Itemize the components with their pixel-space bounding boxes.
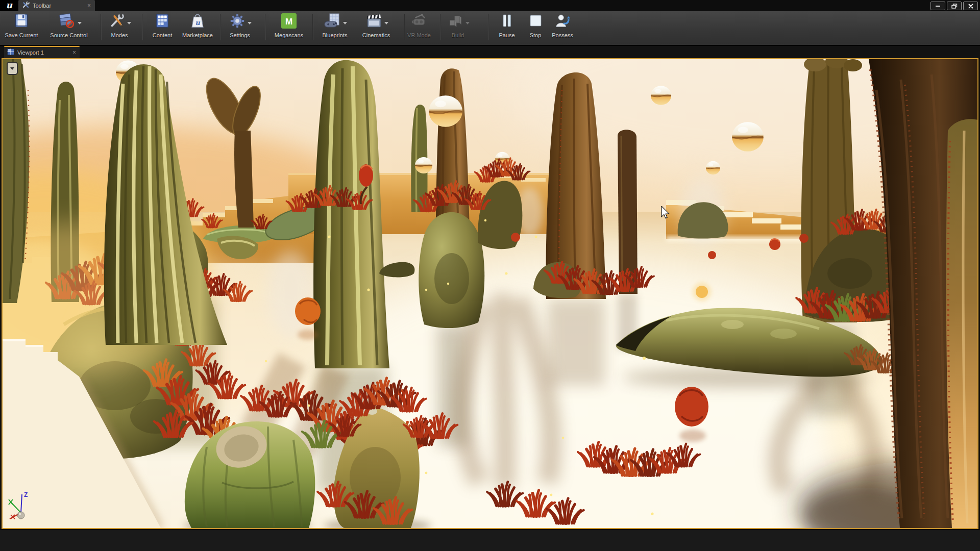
modes-icon — [108, 12, 126, 32]
pause-icon — [499, 12, 514, 32]
toolbar-separator — [220, 14, 221, 40]
toolbar-separator — [312, 14, 313, 40]
title-bar: u Toolbar × — [0, 0, 980, 11]
mouse-cursor-icon — [661, 206, 671, 223]
close-tab-icon[interactable]: × — [72, 49, 76, 56]
megascans-icon: M — [280, 12, 298, 32]
settings-button[interactable]: Settings — [224, 11, 256, 38]
build-blocks-icon — [446, 12, 464, 32]
svg-text:M: M — [285, 17, 292, 27]
source-control-icon — [56, 12, 77, 32]
viewport-tab-bar: Viewport 1 × — [0, 45, 980, 58]
build-button: Build — [442, 11, 474, 38]
dropdown-caret-icon — [465, 22, 470, 27]
modes-button[interactable]: Modes — [106, 11, 133, 38]
marketplace-icon: u — [188, 12, 207, 32]
dropdown-caret-icon[interactable] — [343, 22, 347, 27]
pause-button[interactable]: Pause — [495, 11, 519, 38]
restore-button[interactable] — [947, 2, 962, 10]
possess-button[interactable]: Possess — [548, 11, 577, 38]
viewport-3d-scene — [3, 59, 977, 528]
unreal-editor-window: u Toolbar × — [0, 0, 980, 551]
window-tab-label: Toolbar — [33, 3, 51, 9]
toolbar-separator — [488, 14, 489, 40]
content-browser-icon — [153, 12, 172, 32]
svg-text:u: u — [195, 19, 200, 27]
close-tab-icon[interactable]: × — [87, 3, 91, 9]
axis-gizmo: Z — [6, 489, 41, 524]
vr-headset-icon — [410, 12, 428, 32]
viewport-grid-icon — [7, 48, 14, 57]
blueprints-button[interactable]: Blueprints — [315, 11, 354, 38]
dropdown-caret-icon[interactable] — [248, 22, 252, 27]
content-button[interactable]: Content — [147, 11, 178, 38]
viewport-3d[interactable]: Z — [2, 58, 978, 529]
viewport-options-button[interactable] — [7, 62, 18, 75]
marketplace-button[interactable]: u Marketplace — [180, 11, 215, 38]
window-controls — [930, 2, 978, 10]
unreal-logo-icon: u — [0, 0, 18, 11]
tab-viewport-1[interactable]: Viewport 1 × — [4, 46, 80, 58]
dropdown-caret-icon[interactable] — [127, 22, 131, 27]
toolbar-separator — [404, 14, 405, 40]
toolbar-separator — [440, 14, 441, 40]
megascans-button[interactable]: M Megascans — [271, 11, 307, 38]
clapperboard-icon — [364, 12, 383, 32]
gear-icon — [228, 12, 247, 32]
toolbar-separator — [265, 14, 266, 40]
chevron-down-icon — [10, 67, 14, 72]
toolbar-separator — [101, 14, 102, 40]
stop-icon — [528, 12, 543, 32]
status-bar — [0, 529, 980, 551]
close-button[interactable] — [963, 2, 978, 10]
save-icon — [12, 12, 31, 32]
dropdown-caret-icon[interactable] — [78, 22, 82, 27]
toolbar-separator — [142, 14, 143, 40]
gizmo-z-label: Z — [24, 491, 28, 498]
minimize-button[interactable] — [930, 2, 945, 10]
vr-mode-button: VR Mode — [406, 11, 432, 38]
dropdown-caret-icon[interactable] — [384, 22, 388, 27]
possess-person-icon — [553, 12, 572, 32]
stop-button[interactable]: Stop — [525, 11, 546, 38]
save-current-button[interactable]: Save Current — [3, 11, 40, 38]
tools-icon — [22, 1, 30, 11]
main-toolbar: Save Current Source Control — [0, 11, 980, 45]
window-tab-toolbar[interactable]: Toolbar × — [18, 0, 95, 11]
cinematics-button[interactable]: Cinematics — [357, 11, 395, 38]
blueprints-icon — [323, 12, 342, 32]
source-control-button[interactable]: Source Control — [47, 11, 91, 38]
